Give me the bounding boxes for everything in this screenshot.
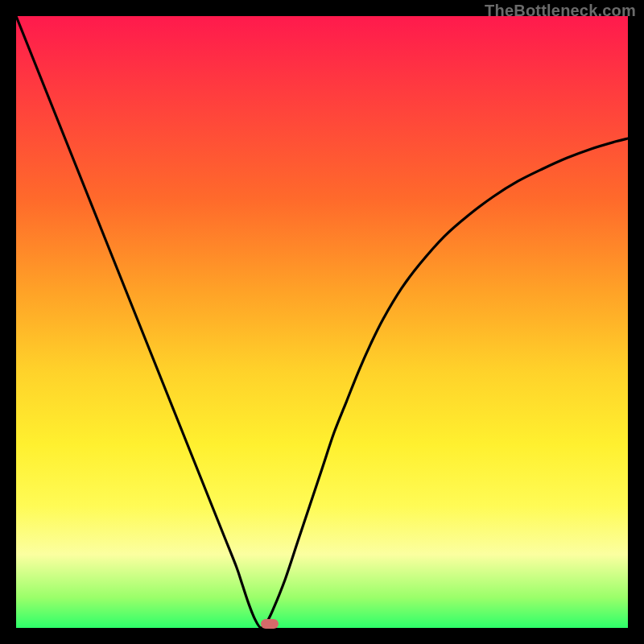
plot-area (16, 16, 628, 628)
chart-frame: TheBottleneck.com (0, 0, 644, 644)
min-marker (261, 619, 279, 629)
curve-svg (16, 16, 628, 628)
bottleneck-curve (16, 16, 628, 628)
